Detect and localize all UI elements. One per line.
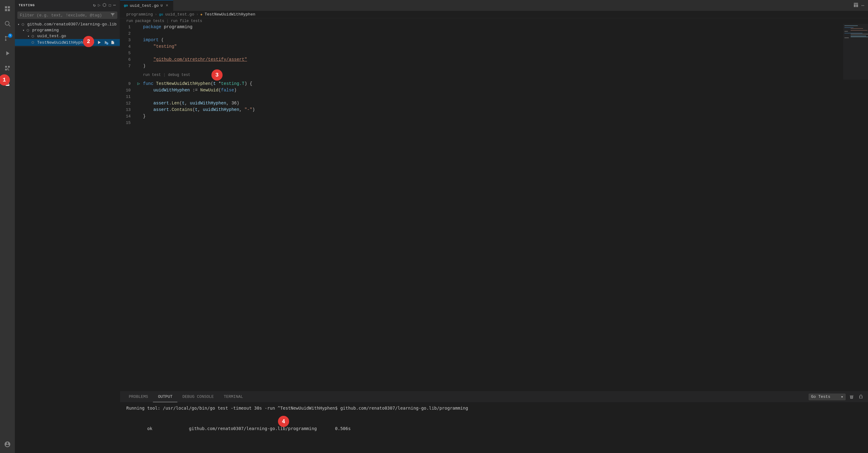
code-line-2: 2 [120,30,868,37]
debug-all-icon[interactable]: ⬡ [102,2,106,8]
debug-test-link[interactable]: debug test [168,72,190,78]
tree-item-test-fn[interactable]: TestNewUuidWithHyphen [15,39,120,46]
output-channel-selector[interactable]: Go Tests ▾ [809,394,846,400]
editor-area: 1 package programming 2 3 import ( 4 "te [120,24,868,391]
tab-debug-label: DEBUG CONSOLE [182,394,214,399]
output-line-3: ok github.com/renato0307/learning-go.lib… [126,418,862,452]
run-package-tests-link[interactable]: run package tests [126,19,164,23]
line-content-9: func TestNewUuidWithHyphen(t *testing.T)… [142,81,868,87]
extensions-icon[interactable] [1,62,13,74]
output-channel-chevron: ▾ [841,394,843,399]
testing-icon[interactable]: 1 [1,77,13,89]
line-num-10: 10 [120,87,135,93]
tab-terminal[interactable]: TERMINAL [219,391,248,402]
more-actions-icon[interactable]: ⋯ [113,2,116,8]
line-num-2: 2 [120,30,135,37]
debug-test-btn[interactable] [103,40,109,45]
sidebar: TESTING ↻ ▷ ⬡ ◻ ⋯ ▾ [15,0,120,47]
layout-toggle-icon[interactable] [853,2,859,9]
run-all-icon[interactable]: ▷ [98,2,101,8]
circle-indicator-root [21,23,26,26]
tab-problems[interactable]: PROBLEMS [124,391,153,402]
run-debug-icon[interactable] [1,47,13,59]
filter-input[interactable] [20,13,108,18]
refresh-all-icon[interactable]: ↻ [93,2,96,8]
tree-item-programming[interactable]: ▾ programming [15,27,120,33]
tab-terminal-label: TERMINAL [224,394,243,399]
panel-content: Running tool: /usr/local/go/bin/go test … [120,402,868,453]
breadcrumb-go-icon: go [159,13,163,17]
tree-label-root: github.com/renato0307/learning-go.lib [27,22,117,27]
lock-output-icon[interactable] [858,394,864,400]
tab-output[interactable]: OUTPUT [153,391,177,402]
activity-bar: 5 1 [0,0,15,453]
code-line-15: 15 [120,120,868,126]
tab-debug-console[interactable]: DEBUG CONSOLE [177,391,219,402]
svg-point-5 [106,43,108,45]
sidebar-header: TESTING ↻ ▷ ⬡ ◻ ⋯ [15,0,120,10]
code-line-6: 6 "github.com/stretchr/testify/assert" [120,56,868,63]
code-line-14: 14 } [120,113,868,120]
line-num-1: 1 [120,24,135,30]
line-content-4: "testing" [142,44,868,50]
breadcrumb: programming › go uuid_test.go › ◈ TestNe… [120,11,868,18]
svg-point-4 [5,39,6,41]
output-line-2 [126,412,862,418]
run-test-link[interactable]: run test [143,72,161,78]
line-num-15: 15 [120,120,135,126]
expand-arrow-uuid[interactable]: ▾ [26,34,31,38]
line-num-14: 14 [120,113,135,120]
remote-icon[interactable] [1,438,13,451]
run-file-tests-link[interactable]: run file tests [171,19,202,23]
line-content-10: uuidWithHyphen := NewUuid(false) [142,87,868,93]
tree-item-root[interactable]: ▾ github.com/renato0307/learning-go.lib [15,21,120,27]
code-line-1: 1 package programming [120,24,868,30]
search-activity-icon[interactable] [1,17,13,30]
tab-uuid-test[interactable]: go uuid_test.go U × [120,0,173,11]
line-content-12: assert.Len(t, uuidWithHyphen, 36) [142,100,868,107]
run-package-links: run package tests | run file tests [120,18,868,24]
debug-pipe: | [163,72,165,78]
breadcrumb-fn-icon: ◈ [200,12,203,17]
explorer-icon[interactable] [1,2,13,15]
line-num-3: 3 [120,37,135,44]
tab-problems-label: PROBLEMS [129,394,148,399]
tab-close-btn[interactable]: × [164,3,169,8]
annotation-3: 3 [211,69,223,81]
svg-point-0 [5,21,9,25]
annotation-2: 2 [83,36,94,47]
line-content-13: assert.Contains(t, uuidWithHyphen, "-") [142,107,868,113]
breadcrumb-file[interactable]: go uuid_test.go [159,12,194,17]
tree-label-uuid: uuid_test.go [37,34,66,38]
sidebar-title: TESTING [19,3,35,7]
run-test-btn[interactable] [97,40,102,45]
code-line-4: 4 "testing" [120,44,868,50]
breadcrumb-file-label: uuid_test.go [165,12,194,17]
tree-item-uuid-test[interactable]: ▾ uuid_test.go [15,33,120,39]
breadcrumb-function[interactable]: ◈ TestNewUuidWithHyphen [200,12,255,17]
expand-arrow-root[interactable]: ▾ [16,23,21,26]
source-control-icon[interactable]: 5 [1,32,13,45]
cancel-icon[interactable]: ◻ [108,2,111,8]
svg-point-2 [5,36,6,37]
clear-output-icon[interactable] [848,394,855,400]
tab-filename: uuid_test.go [130,3,159,8]
open-file-btn[interactable] [110,40,116,45]
breadcrumb-programming[interactable]: programming [126,12,153,17]
breadcrumb-programming-label: programming [126,12,153,17]
breadcrumb-sep-1: › [155,12,157,17]
panel: PROBLEMS OUTPUT DEBUG CONSOLE TERMINAL G… [120,391,868,453]
code-line-13: 13 assert.Contains(t, uuidWithHyphen, "-… [120,107,868,113]
line-content-6: "github.com/stretchr/testify/assert" [142,56,868,63]
expand-arrow-programming[interactable]: ▾ [21,29,26,32]
run-line-9-arrow[interactable]: ▷ [137,81,140,87]
line-num-13: 13 [120,107,135,113]
tree-label-test-fn: TestNewUuidWithHyphen [37,40,88,45]
circle-indicator-programming [26,29,31,32]
line-num-5: 5 [120,50,135,56]
more-tab-actions-icon[interactable]: ⋯ [861,2,864,9]
code-line-9: 9 ▷ func TestNewUuidWithHyphen(t *testin… [120,81,868,87]
run-test-links: run test | debug test [142,71,209,79]
code-line-7: 7 ) [120,63,868,69]
minimap [843,24,868,80]
